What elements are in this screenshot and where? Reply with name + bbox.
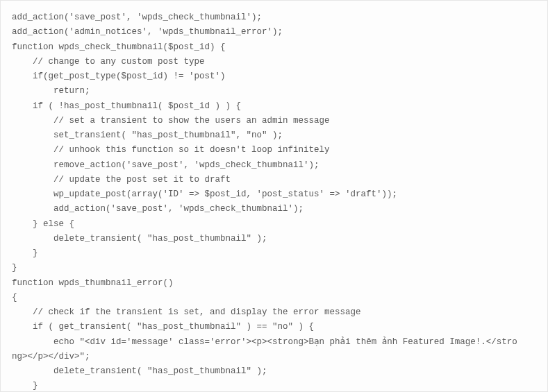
code-line: // check if the transient is set, and di…	[12, 305, 536, 320]
code-line: add_action('save_post', 'wpds_check_thum…	[12, 10, 536, 25]
code-line: remove_action('save_post', 'wpds_check_t…	[12, 158, 536, 173]
code-line: set_transient( "has_post_thumbnail", "no…	[12, 128, 536, 143]
code-line: if(get_post_type($post_id) != 'post')	[12, 69, 536, 84]
code-line: wp_update_post(array('ID' => $post_id, '…	[12, 187, 536, 202]
code-line: }	[12, 246, 536, 261]
code-line: return;	[12, 84, 536, 99]
code-block: add_action('save_post', 'wpds_check_thum…	[0, 0, 548, 392]
code-line: delete_transient( "has_post_thumbnail" )…	[12, 232, 536, 246]
code-line: if ( get_transient( "has_post_thumbnail"…	[12, 320, 536, 334]
code-line: {	[12, 291, 536, 305]
code-line: }	[12, 379, 536, 392]
code-line: } else {	[12, 217, 536, 232]
code-line: ng></p></div>";	[12, 350, 536, 364]
code-line: // set a transient to show the users an …	[12, 114, 536, 128]
code-line: add_action('admin_notices', 'wpds_thumbn…	[12, 25, 536, 40]
code-line: }	[12, 261, 536, 275]
code-line: // change to any custom post type	[12, 55, 536, 69]
code-line: add_action('save_post', 'wpds_check_thum…	[12, 202, 536, 216]
code-line: // update the post set it to draft	[12, 173, 536, 187]
code-line: function wpds_check_thumbnail($post_id) …	[12, 40, 536, 55]
code-line: delete_transient( "has_post_thumbnail" )…	[12, 364, 536, 379]
code-line: echo "<div id='message' class='error'><p…	[12, 335, 536, 350]
code-line: // unhook this function so it doesn't lo…	[12, 143, 536, 157]
code-line: if ( !has_post_thumbnail( $post_id ) ) {	[12, 99, 536, 114]
code-line: function wpds_thumbnail_error()	[12, 276, 536, 291]
